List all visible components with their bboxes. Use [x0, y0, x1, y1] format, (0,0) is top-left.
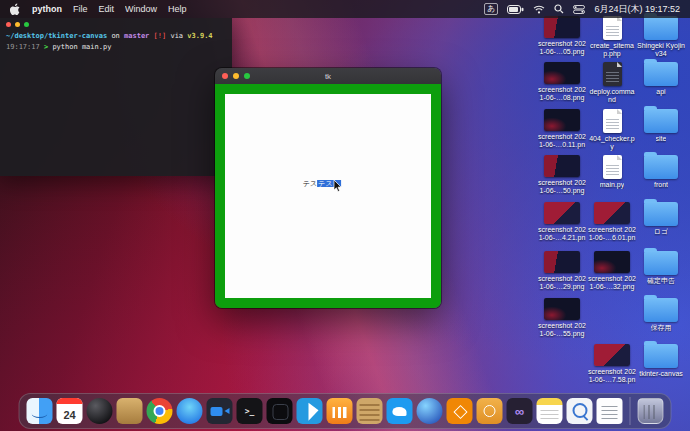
folder-icon	[644, 155, 678, 179]
desktop-icon-folder[interactable]: Shingeki Kyojin v34	[637, 16, 685, 58]
folder-icon	[644, 344, 678, 368]
image-thumbnail-icon	[544, 62, 580, 84]
image-thumbnail-icon	[544, 155, 580, 177]
folder-label: api	[656, 88, 665, 96]
zoom-button[interactable]	[24, 22, 29, 27]
wifi-icon[interactable]	[533, 5, 545, 14]
file-label: screenshot 2021-06-…6.01.png	[588, 226, 636, 242]
folder-label: 確定申告	[647, 277, 675, 285]
tk-window[interactable]: tk テステスト	[215, 68, 441, 308]
folder-label: front	[654, 181, 668, 189]
file-label: main.py	[600, 181, 625, 189]
terminal-window[interactable]: ~/desktop/tkinter-canvas on master [!] v…	[0, 18, 232, 176]
basket-app-icon[interactable]	[357, 398, 383, 424]
image-thumbnail-icon	[544, 202, 580, 224]
desktop-icon-file[interactable]: screenshot 2021-06-…55.png	[538, 298, 586, 338]
trash-icon[interactable]	[638, 398, 664, 424]
file-label: screenshot 2021-06-…05.png	[538, 40, 586, 56]
folder-icon	[644, 109, 678, 133]
desktop-icon-folder[interactable]: site	[637, 109, 685, 143]
desktop-icon-file[interactable]: screenshot 2021-06-…08.png	[538, 62, 586, 102]
desktop-icon-file[interactable]: main.py	[588, 155, 636, 189]
notes-icon[interactable]	[537, 398, 563, 424]
dock-separator	[630, 397, 631, 425]
close-button[interactable]	[6, 22, 11, 27]
calendar-day-number: 24	[63, 407, 75, 424]
image-thumbnail-icon	[594, 251, 630, 273]
desktop-icon-file[interactable]: screenshot 2021-06-…32.png	[588, 251, 636, 291]
twitter-icon[interactable]	[387, 398, 413, 424]
file-label: screenshot 2021-06-…50.png	[538, 179, 586, 195]
folder-icon	[644, 202, 678, 226]
desktop-icon-file[interactable]: screenshot 2021-06-…0.11.png	[538, 109, 586, 149]
file-label: screenshot 2021-06-…7.58.png	[588, 368, 636, 384]
folder-icon	[644, 16, 678, 40]
desktop-icon-folder[interactable]: 保存用	[637, 298, 685, 332]
tan-app-icon[interactable]	[117, 398, 143, 424]
blue-globe-app-icon[interactable]	[177, 398, 203, 424]
menu-help[interactable]: Help	[168, 4, 187, 14]
desktop-icon-folder[interactable]: tkinter-canvas	[637, 344, 685, 378]
tk-titlebar[interactable]: tk	[215, 68, 441, 84]
python-version: v3.9.4	[187, 32, 212, 40]
desktop-icon-file[interactable]: create_sitemap.php	[588, 16, 636, 58]
minimize-button[interactable]	[15, 22, 20, 27]
mouse-cursor-icon	[333, 180, 342, 192]
file-label: deploy.command	[588, 88, 636, 104]
menu-file[interactable]: File	[73, 4, 88, 14]
desktop-icon-file[interactable]: screenshot 2021-06-…4.21.png	[538, 202, 586, 242]
apple-logo-icon[interactable]	[10, 3, 21, 16]
folder-icon	[644, 298, 678, 322]
infinity-glyph: ∞	[515, 405, 524, 418]
desktop: python File Edit Window Help あ 6月24日(木) …	[0, 0, 690, 431]
desktop-icon-file[interactable]: screenshot 2021-06-…29.png	[538, 251, 586, 291]
battery-icon[interactable]	[507, 5, 524, 14]
blue-sphere-app-icon[interactable]	[417, 398, 443, 424]
finder-icon[interactable]	[27, 398, 53, 424]
desktop-icon-folder[interactable]: api	[637, 62, 685, 96]
vscode-icon[interactable]	[297, 398, 323, 424]
desktop-icon-file[interactable]: screenshot 2021-06-…6.01.png	[588, 202, 636, 242]
active-app-name[interactable]: python	[32, 4, 62, 14]
chrome-icon[interactable]	[147, 398, 173, 424]
orange-ring-app-icon[interactable]	[477, 398, 503, 424]
desktop-icon-file[interactable]: screenshot 2021-06-…50.png	[538, 155, 586, 195]
input-source-icon[interactable]: あ	[484, 3, 498, 15]
dark-circle-app-icon[interactable]	[87, 398, 113, 424]
camera-app-icon[interactable]	[207, 398, 233, 424]
desktop-icon-folder[interactable]: 確定申告	[637, 251, 685, 285]
control-center-icon[interactable]	[573, 5, 585, 14]
tk-green-frame: テステスト	[215, 84, 441, 308]
textedit-icon[interactable]	[597, 398, 623, 424]
desktop-icon-file[interactable]: screenshot 2021-06-…05.png	[538, 16, 586, 56]
document-file-icon	[603, 155, 622, 179]
infinity-app-icon[interactable]: ∞	[507, 398, 533, 424]
desktop-icon-file[interactable]: 404_checker.py	[588, 109, 636, 151]
desktop-icon-file[interactable]: deploy.command	[588, 62, 636, 104]
zoom-button[interactable]	[244, 73, 250, 79]
menu-window[interactable]: Window	[125, 4, 157, 14]
menu-edit[interactable]: Edit	[99, 4, 115, 14]
command-timestamp: 19:17:17	[6, 43, 40, 51]
executable-file-icon	[603, 62, 622, 86]
folder-label: Shingeki Kyojin v34	[637, 42, 685, 58]
desktop-icon-folder[interactable]: ロゴ	[637, 202, 685, 236]
preview-app-icon[interactable]	[567, 398, 593, 424]
orange-diagram-app-icon[interactable]	[447, 398, 473, 424]
search-icon[interactable]	[554, 4, 564, 14]
image-thumbnail-icon	[544, 109, 580, 131]
calendar-icon[interactable]: 24	[57, 398, 83, 424]
tk-canvas[interactable]: テステスト	[225, 94, 431, 298]
folder-label: ロゴ	[654, 228, 668, 236]
minimize-button[interactable]	[233, 73, 239, 79]
desktop-icon-folder[interactable]: front	[637, 155, 685, 189]
image-thumbnail-icon	[544, 16, 580, 38]
dark-app-icon[interactable]	[267, 398, 293, 424]
orange-chart-app-icon[interactable]	[327, 398, 353, 424]
close-button[interactable]	[222, 73, 228, 79]
image-thumbnail-icon	[594, 202, 630, 224]
menu-bar-clock[interactable]: 6月24日(木) 19:17:52	[594, 3, 680, 16]
menu-bar: python File Edit Window Help あ 6月24日(木) …	[0, 0, 690, 18]
terminal-app-icon[interactable]: >_	[237, 398, 263, 424]
desktop-icon-file[interactable]: screenshot 2021-06-…7.58.png	[588, 344, 636, 384]
